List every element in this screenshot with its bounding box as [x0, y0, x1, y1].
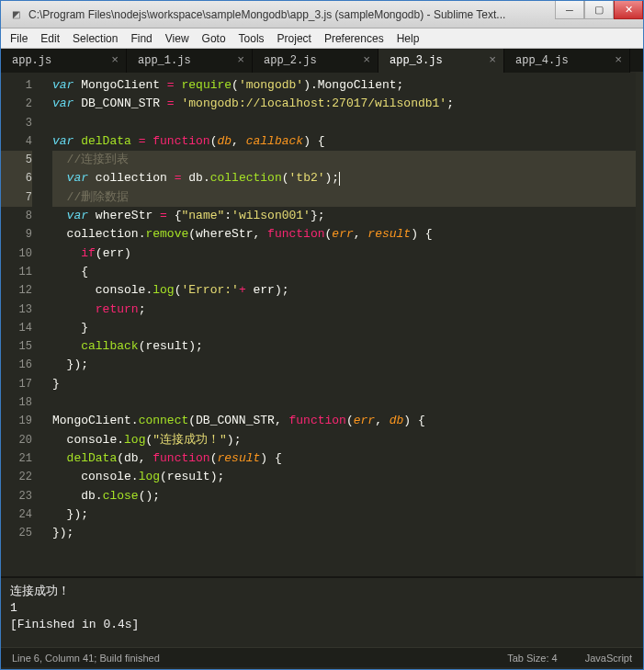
token-punc: { — [52, 265, 88, 278]
tab-label: app_4.js — [515, 54, 569, 67]
token-punc: }); — [52, 358, 88, 371]
token-punc — [88, 171, 96, 185]
status-syntax[interactable]: JavaScript — [585, 653, 632, 664]
line-number: 23 — [1, 487, 32, 505]
token-fn: delData — [81, 134, 131, 148]
code-line[interactable]: console.log(result); — [52, 468, 636, 486]
token-name: db — [188, 171, 203, 185]
status-tab-size[interactable]: Tab Size: 4 — [507, 653, 557, 664]
token-param: err — [354, 414, 375, 427]
tab-close-icon[interactable]: × — [237, 53, 244, 67]
tab-app_3-js[interactable]: app_3.js× — [378, 49, 504, 73]
menu-edit[interactable]: Edit — [40, 32, 60, 45]
token-name: db — [124, 451, 139, 465]
token-punc: , — [375, 414, 390, 427]
menu-tools[interactable]: Tools — [239, 32, 265, 45]
tab-app_1-js[interactable]: app_1.js× — [127, 49, 253, 73]
tab-close-icon[interactable]: × — [363, 53, 370, 67]
code-line[interactable]: var DB_CONN_STR = 'mongodb://localhost:2… — [52, 95, 636, 113]
token-punc — [52, 451, 67, 465]
token-punc: . — [131, 470, 139, 483]
code-line[interactable]: console.log("连接成功！"); — [52, 431, 636, 449]
tab-label: app_1.js — [138, 54, 191, 67]
code-line[interactable]: } — [52, 319, 636, 337]
token-cmt: //连接到表 — [67, 153, 130, 166]
code-line[interactable]: callback(result); — [52, 337, 636, 356]
token-decl: var — [52, 97, 73, 110]
console-line: [Finished in 0.4s] — [10, 617, 634, 633]
code-line[interactable]: { — [52, 263, 636, 281]
token-str: 'Error:' — [181, 283, 238, 297]
code-line[interactable]: }); — [52, 505, 636, 524]
text-caret — [339, 172, 340, 186]
token-punc — [52, 433, 67, 447]
code-line[interactable]: return; — [52, 301, 636, 319]
menu-help[interactable]: Help — [397, 32, 420, 45]
token-punc: ( — [232, 78, 239, 92]
line-number: 18 — [1, 393, 32, 412]
token-fn: connect — [139, 414, 189, 427]
editor[interactable]: 1234567891011121314151617181920212223242… — [1, 73, 643, 576]
tab-close-icon[interactable]: × — [111, 53, 119, 67]
line-number: 5 — [1, 151, 32, 169]
menu-find[interactable]: Find — [130, 32, 152, 45]
window-titlebar: ◩ C:\Program Files\nodejs\workspace\samp… — [1, 1, 643, 28]
tab-close-icon[interactable]: × — [615, 53, 622, 67]
status-cursor-position: Line 6, Column 41; Build finished — [12, 653, 160, 664]
maximize-button[interactable]: ▢ — [584, 1, 614, 19]
close-button[interactable]: ✕ — [614, 1, 643, 19]
code-line[interactable]: MongoClient.connect(DB_CONN_STR, functio… — [52, 412, 636, 430]
menu-goto[interactable]: Goto — [202, 32, 226, 45]
tab-app_2-js[interactable]: app_2.js× — [253, 49, 378, 73]
token-name: DB_CONN_STR — [81, 97, 160, 110]
code-line[interactable]: var MongoClient = require('mongodb').Mon… — [52, 76, 636, 95]
menu-view[interactable]: View — [165, 32, 189, 45]
code-line[interactable]: var delData = function(db, callback) { — [52, 132, 636, 151]
code-line[interactable]: var whereStr = {"name":'wilson001'}; — [52, 207, 636, 225]
token-punc — [52, 246, 81, 260]
token-fn: remove — [145, 227, 188, 241]
menu-selection[interactable]: Selection — [73, 32, 118, 45]
tab-label: app_2.js — [264, 54, 317, 67]
token-punc — [52, 302, 96, 316]
token-punc — [52, 153, 67, 166]
code-line[interactable]: }); — [52, 524, 636, 542]
token-punc: ( — [160, 470, 167, 483]
code-line[interactable]: var collection = db.collection('tb2'); — [52, 169, 636, 187]
code-line[interactable]: if(err) — [52, 244, 636, 263]
minimap[interactable] — [636, 73, 643, 576]
token-str: "连接成功！" — [153, 433, 227, 447]
code-line[interactable] — [52, 393, 636, 412]
build-output-panel: 连接成功！1[Finished in 0.4s] — [1, 576, 643, 647]
code-line[interactable]: //删除数据 — [52, 188, 636, 207]
line-number: 17 — [1, 375, 32, 393]
code-line[interactable]: collection.remove(whereStr, function(err… — [52, 225, 636, 244]
code-line[interactable]: db.close(); — [52, 487, 636, 505]
minimize-button[interactable]: ─ — [555, 1, 584, 19]
token-param: result — [217, 451, 260, 465]
tab-app-js[interactable]: app.js× — [1, 49, 127, 73]
code-line[interactable]: //连接到表 — [52, 151, 636, 169]
code-line[interactable] — [52, 114, 636, 132]
tab-app_4-js[interactable]: app_4.js× — [504, 49, 630, 73]
window-title: C:\Program Files\nodejs\workspace\sample… — [28, 8, 555, 21]
code-line[interactable]: }); — [52, 356, 636, 374]
token-fn: require — [181, 78, 232, 92]
code-line[interactable]: console.log('Error:'+ err); — [52, 281, 636, 300]
menu-project[interactable]: Project — [277, 32, 311, 45]
token-decl: var — [67, 209, 88, 222]
token-punc — [52, 171, 67, 185]
token-punc: , — [275, 414, 289, 427]
code-line[interactable]: delData(db, function(result) { — [52, 449, 636, 468]
token-stor: function — [153, 451, 209, 465]
menu-file[interactable]: File — [10, 32, 28, 45]
token-punc: ); — [210, 470, 225, 483]
token-punc: ) { — [411, 227, 432, 241]
code-area[interactable]: var MongoClient = require('mongodb').Mon… — [41, 73, 636, 576]
token-punc: ) { — [403, 414, 424, 427]
token-punc: ( — [96, 246, 103, 260]
tab-close-icon[interactable]: × — [489, 53, 496, 67]
menu-preferences[interactable]: Preferences — [324, 32, 384, 45]
code-line[interactable]: } — [52, 375, 636, 393]
token-punc — [131, 134, 139, 148]
